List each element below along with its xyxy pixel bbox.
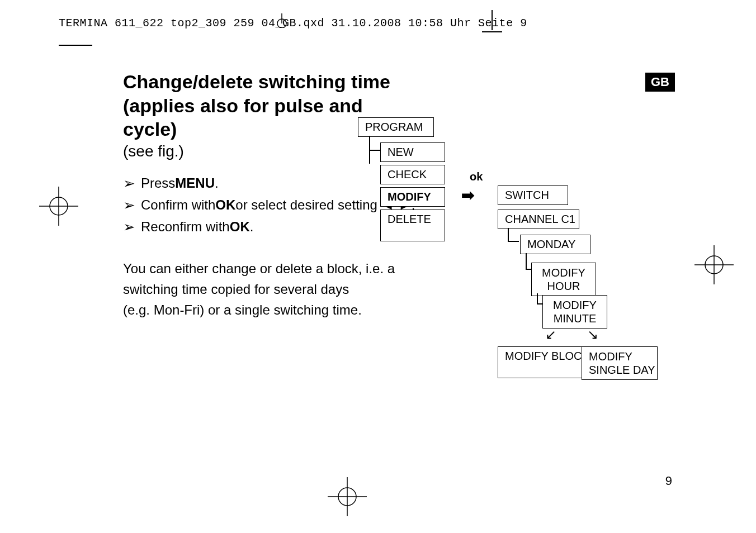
li-post: . — [250, 219, 254, 235]
diagram-box-modify-block: MODIFY BLOCK — [498, 346, 585, 378]
para-l3: (e.g. Mon-Fri) or a single switching tim… — [123, 302, 362, 317]
li-bold: OK — [215, 197, 235, 213]
li-post: . — [215, 175, 219, 191]
li-bold: OK — [230, 219, 250, 235]
diagram-box-modify-minute: MODIFY MINUTE — [542, 295, 607, 329]
diagram-box-channel: CHANNEL C1 — [498, 210, 579, 229]
diagram-box-modify-hour: MODIFY HOUR — [531, 263, 596, 296]
diagram-box-delete: DELETE — [380, 210, 445, 241]
diagram-modify-hour-l2: HOUR — [547, 280, 580, 292]
page-number: 9 — [665, 474, 672, 488]
li-pre: Press — [141, 175, 175, 191]
title-line-1: Change/delete switching time — [123, 71, 390, 92]
crosshair-icon — [275, 13, 289, 28]
diagram-modify-hour-l1: MODIFY — [542, 266, 585, 279]
diagram-box-monday: MONDAY — [520, 235, 590, 254]
print-header: TERMINA 611_622 top2_309 259 04_GB.qxd 3… — [59, 17, 527, 30]
diagram-box-switch: SWITCH — [498, 185, 568, 205]
diagram-modify-min-l1: MODIFY — [553, 299, 597, 311]
split-arrow-right-icon: ↘ — [587, 327, 598, 342]
title-line-3: cycle) — [123, 118, 177, 140]
diagram-arrow-icon: ➡ — [461, 186, 474, 204]
top-tab-mark — [482, 10, 502, 30]
para-l1: You can either change or delete a block,… — [123, 261, 395, 276]
short-line-left — [59, 45, 92, 46]
bullet-arrow-icon: ➢ — [123, 197, 135, 214]
split-arrow-left-icon: ↙ — [545, 327, 556, 342]
diagram-ok-label: ok — [470, 170, 483, 183]
para-l2: switching time copied for several days — [123, 282, 349, 297]
diagram-box-new: NEW — [380, 142, 445, 162]
bullet-arrow-icon: ➢ — [123, 175, 135, 192]
li-bold: MENU — [175, 175, 215, 191]
li-pre: Reconfirm with — [141, 219, 230, 235]
registration-mark-left — [39, 187, 78, 226]
registration-mark-right — [694, 245, 734, 284]
diagram-box-check: CHECK — [380, 165, 445, 184]
diagram-box-program: PROGRAM — [358, 117, 434, 137]
diagram-modify-single-l1: MODIFY — [589, 350, 632, 363]
registration-mark-bottom — [328, 477, 367, 516]
diagram-modify-min-l2: MINUTE — [554, 312, 597, 325]
title-line-2: (applies also for pulse and — [123, 95, 363, 116]
li-pre: Confirm with — [141, 197, 215, 213]
diagram-box-modify: MODIFY — [380, 187, 445, 207]
header-text: TERMINA 611_622 top2_309 259 04_GB.qxd 3… — [59, 17, 527, 30]
diagram-modify-single-l2: SINGLE DAY — [589, 364, 655, 376]
bullet-arrow-icon: ➢ — [123, 218, 135, 236]
diagram-box-modify-single: MODIFY SINGLE DAY — [582, 346, 658, 380]
header-line — [482, 31, 502, 32]
